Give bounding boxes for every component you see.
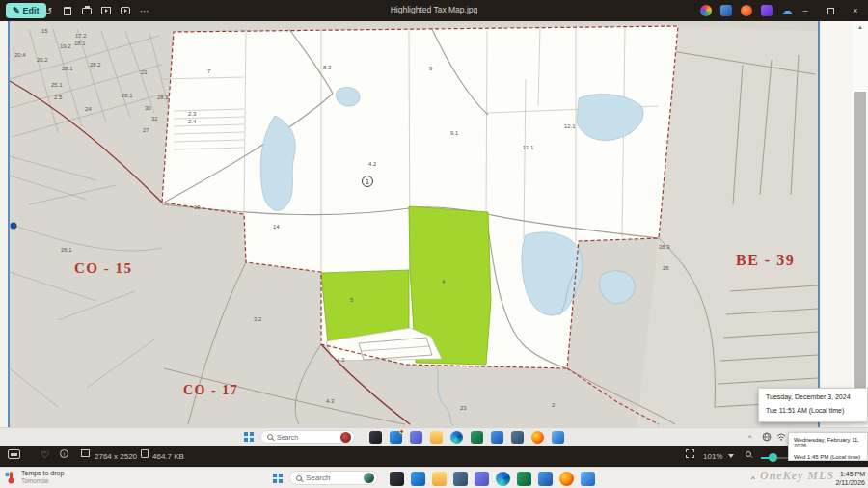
taskbar-clock[interactable]: 1:45 PM 2/11/2026 xyxy=(835,471,865,488)
bing-daily-image xyxy=(340,432,351,443)
delete-icon[interactable] xyxy=(60,3,75,18)
firefox-icon[interactable] xyxy=(559,472,574,486)
parcel-number: 25.1 xyxy=(51,82,63,88)
parcel-number: 28.1 xyxy=(62,66,73,71)
parcel-number: 4 xyxy=(442,279,445,285)
zoom-icon[interactable] xyxy=(746,451,751,457)
parcel-number: 19.2 xyxy=(60,43,71,49)
word-icon[interactable] xyxy=(538,472,553,486)
bing-daily-image xyxy=(364,473,374,483)
onedrive-icon[interactable]: ☁ xyxy=(781,5,793,16)
maximize-button[interactable] xyxy=(818,0,843,21)
district-label-be39: BE - 39 xyxy=(736,252,795,269)
parcel-number: 4.3 xyxy=(326,398,334,404)
parcel-number: 4.2 xyxy=(368,161,376,167)
parcel-number: 21 xyxy=(141,69,148,75)
edge-icon[interactable] xyxy=(496,472,510,486)
parcel-number: 23 xyxy=(460,405,467,411)
zoom-slider-thumb[interactable] xyxy=(769,453,777,462)
parcel-number: 32 xyxy=(151,116,158,122)
clock-date: 2/11/2026 xyxy=(835,479,865,488)
close-button[interactable]: × xyxy=(843,0,868,21)
rotate-icon[interactable]: ↺ xyxy=(41,3,56,18)
outlook-icon[interactable] xyxy=(411,472,425,486)
parcel-number: 20.4 xyxy=(14,52,26,58)
image-canvas[interactable]: 15 17.2 18.1 19.2 20.4 20.2 28.2 28.1 21… xyxy=(0,21,868,446)
parcel-number: 11.1 xyxy=(523,145,533,150)
filmstrip-icon[interactable] xyxy=(8,449,20,459)
taskbar-search-box[interactable]: Search xyxy=(289,471,378,485)
parcel-number: 27 xyxy=(143,127,149,133)
scrollbar-thumb xyxy=(854,92,866,413)
blue-app-icon[interactable] xyxy=(720,5,732,16)
edit-pencil-icon: ✎ xyxy=(13,6,20,15)
photos-app-window: ✎ Edit ↺ ⋯ Highlighted Tax Map.jpg ☁ – × xyxy=(0,0,868,488)
image-filesize: 464.7 KB xyxy=(152,452,184,461)
start-button[interactable] xyxy=(273,474,283,483)
inner-outlook-icon xyxy=(390,431,402,444)
thermometer-icon xyxy=(4,470,17,485)
district-label-co15: CO - 15 xyxy=(74,260,133,277)
parcel-number: 8.3 xyxy=(323,65,331,70)
dimensions-icon xyxy=(81,449,90,457)
filesize-icon xyxy=(141,449,149,458)
clipchamp-icon[interactable] xyxy=(761,5,773,16)
map-marker-1: 1 xyxy=(362,176,373,187)
inner-screenshot-taskbar: Search ^ xyxy=(0,427,868,446)
image-clock-tooltip: Tuesday, December 3, 2024 Tue 11:51 AM (… xyxy=(758,388,868,422)
parcel-number: 13 xyxy=(194,204,201,210)
parcel-number: 2.4 xyxy=(188,119,196,124)
tooltip-date: Wednesday, February 11, 2026 xyxy=(794,437,862,448)
clock-time: 1:45 PM xyxy=(835,471,865,479)
info-icon[interactable]: i xyxy=(60,449,68,458)
print-icon[interactable] xyxy=(79,3,95,18)
slideshow-icon[interactable] xyxy=(98,3,114,18)
parcel-number: 14 xyxy=(273,224,280,230)
teams-icon[interactable] xyxy=(475,472,489,486)
parcel-number: 24 xyxy=(85,106,92,112)
inner-tray-chevron-icon: ^ xyxy=(748,434,751,441)
orange-app-icon[interactable] xyxy=(741,5,752,16)
parcel-number: 28.1 xyxy=(122,93,133,98)
parcel-number: 9.1 xyxy=(450,130,458,136)
parcel-number: 28.2 xyxy=(90,62,101,68)
favorite-heart-icon[interactable]: ♡ xyxy=(41,449,49,460)
parcel-number: 3.2 xyxy=(254,316,261,322)
fit-to-window-icon[interactable] xyxy=(686,449,694,458)
photos-icon[interactable] xyxy=(581,472,595,486)
parcel-number: 30 xyxy=(145,105,151,111)
minimize-button[interactable]: – xyxy=(793,0,818,21)
parcel-number: 2.5 xyxy=(54,95,62,100)
inner-app-icon-dark xyxy=(369,431,382,444)
parcel-number: 15 xyxy=(41,28,48,34)
weather-subtext: Tomorrow xyxy=(21,477,64,485)
more-options-icon[interactable]: ⋯ xyxy=(137,3,152,18)
taskbar-app-icon[interactable] xyxy=(453,472,468,486)
color-wheel-icon[interactable] xyxy=(700,5,712,16)
parcel-number: 17.2 xyxy=(75,33,87,39)
taskbar-weather-widget[interactable]: Temps to drop Tomorrow xyxy=(4,470,64,485)
taskbar-app-icon-dark[interactable] xyxy=(390,472,404,486)
windows-taskbar: Temps to drop Tomorrow Search ^ 1:45 PM … xyxy=(0,467,868,488)
titlebar: ✎ Edit ↺ ⋯ Highlighted Tax Map.jpg ☁ – × xyxy=(0,0,868,21)
zoom-dropdown-chevron-icon[interactable] xyxy=(728,454,734,458)
parcel-number: 26 xyxy=(663,265,669,271)
parcel-number: 18.1 xyxy=(74,41,86,46)
file-explorer-icon[interactable] xyxy=(432,472,447,486)
parcel-number: 28.3 xyxy=(659,244,670,250)
tooltip-time: Wed 1:45 PM (Local time) xyxy=(794,454,862,460)
search-icon xyxy=(267,434,273,440)
weather-headline: Temps to drop xyxy=(21,470,64,477)
zoom-level[interactable]: 101% xyxy=(703,452,722,461)
video-icon[interactable] xyxy=(118,3,133,18)
excel-icon[interactable] xyxy=(517,472,531,486)
show-hidden-icons-chevron[interactable]: ^ xyxy=(751,475,755,483)
tax-map-drawing xyxy=(0,21,868,427)
inner-globe-icon xyxy=(762,432,772,442)
inner-search-box: Search xyxy=(260,430,355,444)
tooltip-date: Tuesday, December 3, 2024 xyxy=(766,393,860,400)
inner-app-icon xyxy=(511,431,524,444)
photos-command-bar: ♡ i 2764 x 2520 464.7 KB 101% xyxy=(0,446,868,467)
inner-photos-icon xyxy=(552,431,564,444)
district-label-co17: CO - 17 xyxy=(183,383,238,398)
